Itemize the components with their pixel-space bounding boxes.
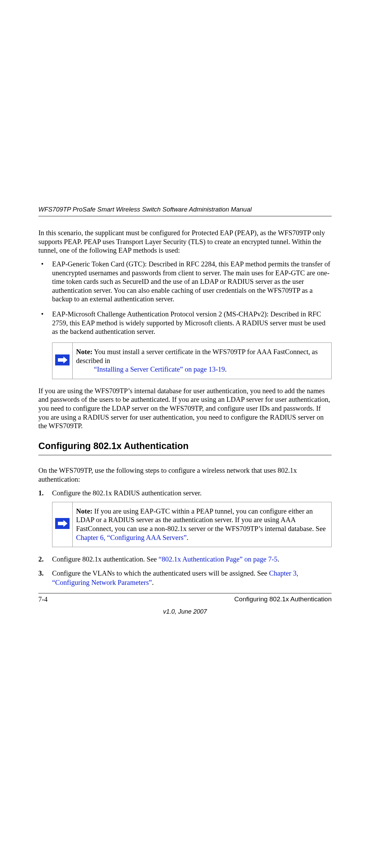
arrow-icon [55,354,70,365]
note-body-before: You must install a server certificate in… [76,348,318,364]
note-link[interactable]: Chapter 6, “Configuring AAA Servers” [76,534,187,541]
step-text: Configure the 802.1x RADIUS authenticati… [52,489,202,497]
page-number: 7-4 [38,595,48,603]
page-footer: 7-4 Configuring 802.1x Authentication v1… [38,593,332,615]
note-box: Note: If you are using EAP-GTC within a … [52,502,332,547]
note-body-after: . [187,534,188,541]
step-before: Configure the VLANs to which the authent… [52,569,269,577]
note-icon-cell [52,502,73,547]
step-item: Configure the 802.1x RADIUS authenticati… [38,489,332,547]
note-link[interactable]: “Installing a Server Certificate” on pag… [94,365,225,373]
note-text-cell: Note: If you are using EAP-GTC within a … [73,502,332,547]
note-icon-cell [52,342,73,379]
footer-version: v1.0, June 2007 [38,608,332,615]
step-item: Configure the VLANs to which the authent… [38,569,332,587]
arrow-icon [55,518,70,529]
step-link[interactable]: “802.1x Authentication Page” on page 7-5 [159,555,278,563]
step-before: Configure 802.1x authentication. See [52,555,159,563]
section-intro: On the WFS709TP, use the following steps… [38,466,332,484]
running-header: WFS709TP ProSafe Smart Wireless Switch S… [38,206,332,216]
intro-paragraph: In this scenario, the supplicant must be… [38,229,332,255]
list-item: EAP-Microsoft Challenge Authentication P… [38,310,332,336]
step-item: Configure 802.1x authentication. See “80… [38,555,332,564]
note-body-after: . [225,365,227,373]
note-body-before: If you are using EAP-GTC within a PEAP t… [76,507,326,532]
note-text-cell: Note: You must install a server certific… [73,342,332,379]
page-content: WFS709TP ProSafe Smart Wireless Switch S… [38,206,332,615]
section-heading: Configuring 802.1x Authentication [38,441,332,455]
steps-list: Configure the 802.1x RADIUS authenticati… [38,489,332,587]
footer-section-title: Configuring 802.1x Authentication [234,595,332,603]
note-label: Note: [76,348,92,355]
note-label: Note: [76,507,92,515]
eap-methods-list: EAP-Generic Token Card (GTC): Described … [38,260,332,336]
list-item: EAP-Generic Token Card (GTC): Described … [38,260,332,304]
step-after: . [278,555,279,563]
step-after: . [152,579,153,586]
note-box: Note: You must install a server certific… [52,342,332,379]
post-note-paragraph: If you are using the WFS709TP’s internal… [38,387,332,431]
